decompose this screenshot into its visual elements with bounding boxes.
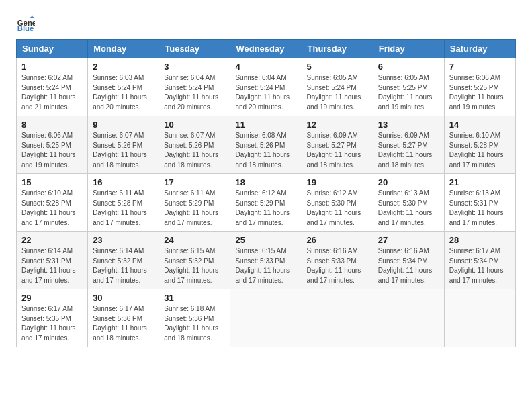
day-number: 8 xyxy=(21,120,83,130)
calendar-cell: 3Sunrise: 6:04 AM Sunset: 5:24 PM Daylig… xyxy=(159,58,230,116)
day-number: 2 xyxy=(93,62,154,72)
day-number: 23 xyxy=(93,235,154,245)
svg-marker-2 xyxy=(30,15,34,18)
calendar-cell: 21Sunrise: 6:13 AM Sunset: 5:31 PM Dayli… xyxy=(444,174,515,232)
header-day: Wednesday xyxy=(230,40,302,58)
day-number: 21 xyxy=(449,177,511,187)
calendar-cell: 15Sunrise: 6:10 AM Sunset: 5:28 PM Dayli… xyxy=(17,174,88,232)
day-info: Sunrise: 6:04 AM Sunset: 5:24 PM Dayligh… xyxy=(164,73,225,112)
day-info: Sunrise: 6:12 AM Sunset: 5:30 PM Dayligh… xyxy=(307,189,368,228)
day-info: Sunrise: 6:10 AM Sunset: 5:28 PM Dayligh… xyxy=(449,131,511,170)
day-info: Sunrise: 6:03 AM Sunset: 5:24 PM Dayligh… xyxy=(93,73,154,112)
day-number: 9 xyxy=(93,120,154,130)
calendar-cell: 18Sunrise: 6:12 AM Sunset: 5:29 PM Dayli… xyxy=(230,174,302,232)
svg-text:Blue: Blue xyxy=(17,24,34,32)
calendar-cell xyxy=(230,289,302,347)
day-number: 3 xyxy=(164,62,225,72)
calendar-week-row: 1Sunrise: 6:02 AM Sunset: 5:24 PM Daylig… xyxy=(17,58,516,116)
calendar-cell: 6Sunrise: 6:05 AM Sunset: 5:25 PM Daylig… xyxy=(373,58,444,116)
day-info: Sunrise: 6:10 AM Sunset: 5:28 PM Dayligh… xyxy=(21,189,83,228)
calendar-cell: 4Sunrise: 6:04 AM Sunset: 5:24 PM Daylig… xyxy=(230,58,302,116)
day-info: Sunrise: 6:13 AM Sunset: 5:31 PM Dayligh… xyxy=(449,189,511,228)
calendar-week-row: 8Sunrise: 6:06 AM Sunset: 5:25 PM Daylig… xyxy=(17,116,516,174)
day-number: 28 xyxy=(449,235,511,245)
day-number: 31 xyxy=(164,293,225,303)
day-number: 27 xyxy=(378,235,439,245)
calendar-cell xyxy=(444,289,515,347)
day-info: Sunrise: 6:15 AM Sunset: 5:33 PM Dayligh… xyxy=(235,246,296,285)
calendar-cell: 29Sunrise: 6:17 AM Sunset: 5:35 PM Dayli… xyxy=(17,289,88,347)
day-info: Sunrise: 6:11 AM Sunset: 5:28 PM Dayligh… xyxy=(93,189,154,228)
header-day: Sunday xyxy=(17,40,88,58)
calendar-cell: 20Sunrise: 6:13 AM Sunset: 5:30 PM Dayli… xyxy=(373,174,444,232)
calendar-cell: 16Sunrise: 6:11 AM Sunset: 5:28 PM Dayli… xyxy=(88,174,159,232)
calendar-cell: 10Sunrise: 6:07 AM Sunset: 5:26 PM Dayli… xyxy=(159,116,230,174)
day-number: 20 xyxy=(378,177,439,187)
day-info: Sunrise: 6:02 AM Sunset: 5:24 PM Dayligh… xyxy=(21,73,83,112)
calendar-cell: 22Sunrise: 6:14 AM Sunset: 5:31 PM Dayli… xyxy=(17,232,88,289)
day-number: 24 xyxy=(164,235,225,245)
calendar-cell: 30Sunrise: 6:17 AM Sunset: 5:36 PM Dayli… xyxy=(88,289,159,347)
day-info: Sunrise: 6:11 AM Sunset: 5:29 PM Dayligh… xyxy=(164,189,225,228)
calendar-cell: 23Sunrise: 6:14 AM Sunset: 5:32 PM Dayli… xyxy=(88,232,159,289)
day-info: Sunrise: 6:13 AM Sunset: 5:30 PM Dayligh… xyxy=(378,189,439,228)
day-number: 25 xyxy=(235,235,296,245)
calendar-cell xyxy=(302,289,373,347)
day-info: Sunrise: 6:17 AM Sunset: 5:34 PM Dayligh… xyxy=(449,246,511,285)
day-number: 6 xyxy=(378,62,439,72)
day-number: 5 xyxy=(307,62,368,72)
day-number: 7 xyxy=(449,62,511,72)
header-day: Thursday xyxy=(302,40,373,58)
day-number: 26 xyxy=(307,235,368,245)
header-day: Friday xyxy=(373,40,444,58)
day-info: Sunrise: 6:09 AM Sunset: 5:27 PM Dayligh… xyxy=(307,131,368,170)
day-info: Sunrise: 6:09 AM Sunset: 5:27 PM Dayligh… xyxy=(378,131,439,170)
day-number: 18 xyxy=(235,177,296,187)
day-info: Sunrise: 6:16 AM Sunset: 5:33 PM Dayligh… xyxy=(307,246,368,285)
day-number: 14 xyxy=(449,120,511,130)
calendar-table: SundayMondayTuesdayWednesdayThursdayFrid… xyxy=(16,39,516,347)
calendar-cell: 12Sunrise: 6:09 AM Sunset: 5:27 PM Dayli… xyxy=(302,116,373,174)
day-info: Sunrise: 6:14 AM Sunset: 5:31 PM Dayligh… xyxy=(21,246,83,285)
calendar-cell: 17Sunrise: 6:11 AM Sunset: 5:29 PM Dayli… xyxy=(159,174,230,232)
day-info: Sunrise: 6:07 AM Sunset: 5:26 PM Dayligh… xyxy=(93,131,154,170)
calendar-cell: 7Sunrise: 6:06 AM Sunset: 5:25 PM Daylig… xyxy=(444,58,515,116)
logo: General Blue xyxy=(16,13,38,32)
day-number: 15 xyxy=(21,177,83,187)
day-number: 12 xyxy=(307,120,368,130)
header: General Blue xyxy=(16,13,516,32)
day-info: Sunrise: 6:14 AM Sunset: 5:32 PM Dayligh… xyxy=(93,246,154,285)
day-number: 19 xyxy=(307,177,368,187)
logo-icon: General Blue xyxy=(16,13,35,32)
calendar-cell: 27Sunrise: 6:16 AM Sunset: 5:34 PM Dayli… xyxy=(373,232,444,289)
calendar-cell: 19Sunrise: 6:12 AM Sunset: 5:30 PM Dayli… xyxy=(302,174,373,232)
day-info: Sunrise: 6:08 AM Sunset: 5:26 PM Dayligh… xyxy=(235,131,296,170)
calendar-cell: 24Sunrise: 6:15 AM Sunset: 5:32 PM Dayli… xyxy=(159,232,230,289)
calendar-week-row: 15Sunrise: 6:10 AM Sunset: 5:28 PM Dayli… xyxy=(17,174,516,232)
day-info: Sunrise: 6:18 AM Sunset: 5:36 PM Dayligh… xyxy=(164,304,225,343)
day-number: 22 xyxy=(21,235,83,245)
header-row: SundayMondayTuesdayWednesdayThursdayFrid… xyxy=(17,40,516,58)
day-info: Sunrise: 6:04 AM Sunset: 5:24 PM Dayligh… xyxy=(235,73,296,112)
calendar-cell: 13Sunrise: 6:09 AM Sunset: 5:27 PM Dayli… xyxy=(373,116,444,174)
day-info: Sunrise: 6:16 AM Sunset: 5:34 PM Dayligh… xyxy=(378,246,439,285)
calendar-week-row: 29Sunrise: 6:17 AM Sunset: 5:35 PM Dayli… xyxy=(17,289,516,347)
calendar-week-row: 22Sunrise: 6:14 AM Sunset: 5:31 PM Dayli… xyxy=(17,232,516,289)
calendar-cell: 26Sunrise: 6:16 AM Sunset: 5:33 PM Dayli… xyxy=(302,232,373,289)
calendar-cell: 2Sunrise: 6:03 AM Sunset: 5:24 PM Daylig… xyxy=(88,58,159,116)
day-info: Sunrise: 6:06 AM Sunset: 5:25 PM Dayligh… xyxy=(449,73,511,112)
day-number: 11 xyxy=(235,120,296,130)
day-info: Sunrise: 6:17 AM Sunset: 5:35 PM Dayligh… xyxy=(21,304,83,343)
day-number: 16 xyxy=(93,177,154,187)
day-info: Sunrise: 6:06 AM Sunset: 5:25 PM Dayligh… xyxy=(21,131,83,170)
day-info: Sunrise: 6:07 AM Sunset: 5:26 PM Dayligh… xyxy=(164,131,225,170)
calendar-cell: 31Sunrise: 6:18 AM Sunset: 5:36 PM Dayli… xyxy=(159,289,230,347)
calendar-cell xyxy=(373,289,444,347)
day-number: 10 xyxy=(164,120,225,130)
calendar-cell: 8Sunrise: 6:06 AM Sunset: 5:25 PM Daylig… xyxy=(17,116,88,174)
calendar-cell: 9Sunrise: 6:07 AM Sunset: 5:26 PM Daylig… xyxy=(88,116,159,174)
day-info: Sunrise: 6:12 AM Sunset: 5:29 PM Dayligh… xyxy=(235,189,296,228)
day-info: Sunrise: 6:05 AM Sunset: 5:24 PM Dayligh… xyxy=(307,73,368,112)
calendar-cell: 5Sunrise: 6:05 AM Sunset: 5:24 PM Daylig… xyxy=(302,58,373,116)
calendar-cell: 1Sunrise: 6:02 AM Sunset: 5:24 PM Daylig… xyxy=(17,58,88,116)
